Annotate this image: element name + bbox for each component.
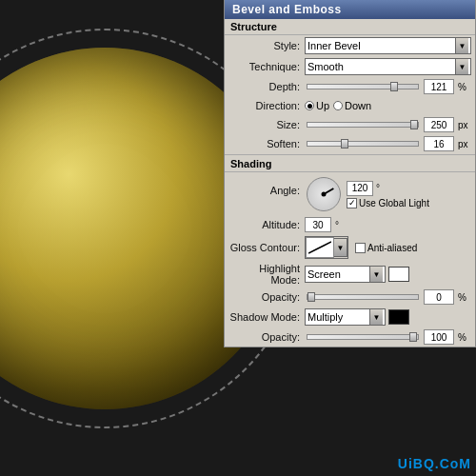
- highlight-mode-content: Screen ▼: [305, 266, 471, 283]
- depth-input[interactable]: 121: [424, 79, 454, 94]
- soften-thumb[interactable]: [341, 139, 348, 149]
- panel-title: Bevel and Emboss: [225, 0, 475, 19]
- technique-row: Technique: Smooth ▼: [225, 56, 475, 77]
- highlight-mode-arrow[interactable]: ▼: [369, 267, 383, 282]
- shadow-mode-content: Multiply ▼: [305, 308, 471, 326]
- highlight-mode-label: Highlight Mode:: [228, 263, 305, 286]
- shadow-opacity-slider[interactable]: [307, 334, 419, 340]
- contour-dropdown-arrow[interactable]: ▼: [334, 238, 347, 257]
- global-light-checkbox[interactable]: ✓: [347, 198, 357, 208]
- shading-header-text: Shading: [230, 158, 271, 169]
- shadow-opacity-unit: %: [458, 332, 471, 343]
- technique-dropdown[interactable]: Smooth ▼: [305, 58, 471, 75]
- size-input[interactable]: 250: [424, 117, 454, 132]
- size-slider[interactable]: [307, 122, 419, 128]
- size-content: 250 px: [305, 117, 471, 132]
- global-light-row: ✓ Use Global Light: [347, 198, 429, 208]
- style-dropdown[interactable]: Inner Bevel ▼: [305, 37, 471, 54]
- angle-unit: °: [376, 183, 389, 193]
- shadow-opacity-label: Opacity:: [228, 331, 305, 343]
- altitude-row: Altitude: 30 °: [225, 215, 475, 234]
- style-dropdown-value: Inner Bevel: [307, 40, 455, 51]
- highlight-opacity-unit: %: [458, 292, 471, 303]
- depth-slider[interactable]: [307, 84, 419, 89]
- shading-header: Shading: [225, 156, 475, 172]
- angle-row: Angle: ° ✓ Use Global Light: [225, 172, 475, 215]
- soften-label: Soften:: [228, 138, 305, 149]
- angle-dial[interactable]: [307, 177, 341, 211]
- soften-row: Soften: 16 px: [225, 134, 475, 153]
- direction-down-radio[interactable]: [333, 101, 343, 110]
- panel-title-text: Bevel and Emboss: [232, 3, 342, 16]
- gloss-contour-row: Gloss Contour: ▼ Anti-aliased: [225, 234, 475, 261]
- anti-alias-group: Anti-aliased: [355, 243, 417, 253]
- structure-header-text: Structure: [230, 21, 277, 32]
- style-dropdown-arrow[interactable]: ▼: [455, 38, 468, 53]
- highlight-opacity-input[interactable]: 0: [424, 289, 454, 305]
- size-row: Size: 250 px: [225, 115, 475, 134]
- anti-alias-label: Anti-aliased: [367, 243, 417, 253]
- global-light-label: Use Global Light: [359, 198, 429, 208]
- dial-dot: [322, 192, 327, 197]
- soften-content: 16 px: [305, 136, 471, 151]
- soften-unit: px: [458, 139, 471, 149]
- shadow-opacity-thumb[interactable]: [409, 332, 417, 342]
- depth-thumb[interactable]: [390, 82, 398, 91]
- highlight-mode-value: Screen: [307, 268, 369, 280]
- highlight-opacity-slider[interactable]: [307, 294, 419, 300]
- structure-header: Structure: [225, 19, 475, 35]
- divider-1: [225, 154, 475, 155]
- anti-alias-checkbox[interactable]: [355, 243, 366, 253]
- direction-up-radio[interactable]: [305, 101, 314, 110]
- highlight-opacity-label: Opacity:: [228, 291, 305, 303]
- angle-content: ° ✓ Use Global Light: [305, 175, 471, 213]
- depth-content: 121 %: [305, 79, 471, 94]
- style-content: Inner Bevel ▼: [305, 37, 471, 54]
- highlight-mode-dropdown[interactable]: Screen ▼: [305, 266, 386, 283]
- direction-down-option[interactable]: Down: [333, 100, 371, 111]
- angle-label: Angle:: [228, 175, 305, 196]
- shadow-mode-dropdown[interactable]: Multiply ▼: [305, 308, 386, 326]
- highlight-opacity-content: 0 %: [305, 289, 471, 305]
- shadow-mode-row: Shadow Mode: Multiply ▼: [225, 307, 475, 327]
- size-label: Size:: [228, 119, 305, 130]
- technique-dropdown-value: Smooth: [307, 61, 455, 72]
- shadow-mode-arrow[interactable]: ▼: [369, 309, 383, 325]
- style-label: Style:: [228, 40, 305, 51]
- shadow-mode-value: Multiply: [307, 311, 369, 323]
- highlight-mode-row: Highlight Mode: Screen ▼: [225, 261, 475, 288]
- size-unit: px: [458, 120, 471, 130]
- shadow-color-swatch[interactable]: [388, 309, 409, 325]
- soften-input[interactable]: 16: [424, 136, 454, 151]
- direction-radio-group: Up Down: [305, 100, 371, 111]
- direction-up-label: Up: [316, 100, 329, 111]
- direction-label: Direction:: [228, 100, 305, 111]
- style-row: Style: Inner Bevel ▼: [225, 35, 475, 56]
- shadow-opacity-row: Opacity: 100 %: [225, 327, 475, 347]
- bevel-emboss-panel: Bevel and Emboss Structure Style: Inner …: [224, 0, 476, 347]
- altitude-label: Altitude:: [228, 219, 305, 230]
- technique-dropdown-arrow[interactable]: ▼: [455, 59, 468, 74]
- shadow-opacity-content: 100 %: [305, 329, 471, 345]
- angle-input[interactable]: [347, 181, 373, 196]
- soften-slider[interactable]: [307, 141, 419, 147]
- highlight-opacity-thumb[interactable]: [307, 292, 315, 302]
- technique-label: Technique:: [228, 61, 305, 72]
- contour-thumbnail: [306, 237, 334, 258]
- shadow-opacity-input[interactable]: 100: [424, 329, 454, 345]
- size-thumb[interactable]: [410, 120, 418, 129]
- direction-row: Direction: Up Down: [225, 96, 475, 115]
- gloss-contour-label: Gloss Contour:: [228, 242, 305, 253]
- highlight-color-swatch[interactable]: [388, 267, 409, 282]
- contour-picker[interactable]: ▼: [305, 236, 348, 259]
- direction-up-option[interactable]: Up: [305, 100, 329, 111]
- shadow-mode-label: Shadow Mode:: [228, 311, 305, 323]
- highlight-opacity-row: Opacity: 0 %: [225, 288, 475, 307]
- technique-content: Smooth ▼: [305, 58, 471, 75]
- altitude-unit: °: [335, 220, 348, 230]
- direction-down-label: Down: [345, 100, 371, 111]
- watermark: UiBQ.CoM: [398, 456, 471, 471]
- altitude-input[interactable]: 30: [305, 217, 331, 232]
- watermark-text: UiBQ.CoM: [398, 456, 471, 471]
- direction-content: Up Down: [305, 100, 471, 111]
